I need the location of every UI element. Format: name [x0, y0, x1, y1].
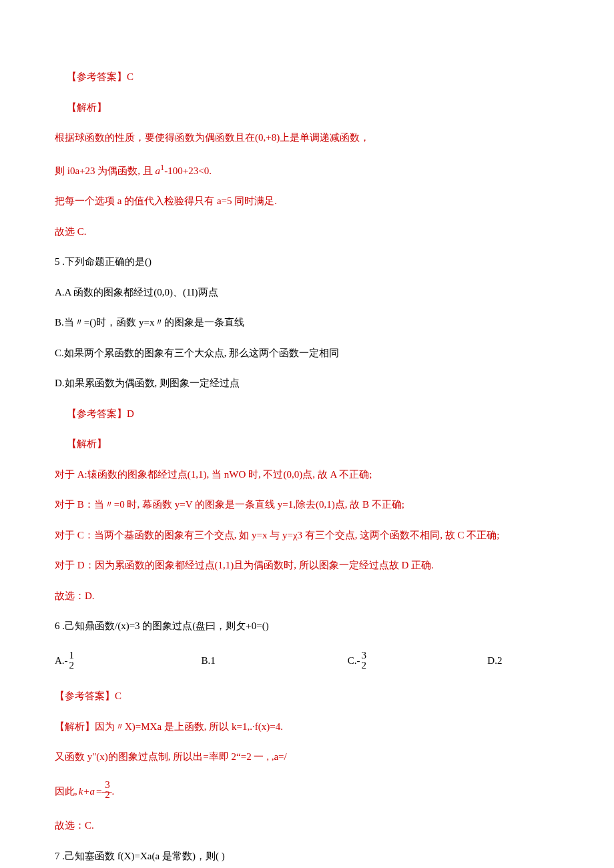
- analysis-text: 【解析】因为〃X)=MXa 是上函数, 所以 k=1,.·f(x)=4.: [55, 721, 567, 734]
- text-fragment: 则 i0a+23 为偶函数, 且: [55, 165, 156, 176]
- option-row: A.- 1 2 B.1 C.- 3 2 D.2: [55, 650, 567, 672]
- analysis-text: 又函数 y"(x)的图象过点制, 所以出=率即 2“=2 一 , ,a=/: [55, 751, 567, 764]
- fraction-den: 2: [105, 790, 110, 801]
- question-stem: 6 .己知鼎函数/(x)=3 的图象过点(盘曰，则攵+0=(): [55, 620, 567, 633]
- option-prefix: A.-: [55, 655, 68, 668]
- analysis-text: 对于 D：因为累函数的图象都经过点(1,1)且为偶函数时, 所以图象一定经过点故…: [55, 559, 567, 572]
- text-fragment: 因此,: [55, 785, 77, 799]
- analysis-text: 根据球函数的性质，要使得函数为偶函数且在(0,+8)上是单调递减函数，: [55, 131, 567, 145]
- option-c: C.如果两个累函数的图象有三个大众点, 那么这两个函数一定相同: [55, 347, 567, 360]
- analysis-conclusion: 故选：C.: [55, 819, 567, 833]
- option-d: D.如果累函数为偶函数, 则图象一定经过点: [55, 377, 567, 390]
- analysis-text: 对于 C：当两个基函数的图象有三个交点, 如 y=x 与 y=χ3 有三个交点,…: [55, 529, 567, 542]
- text-fragment: -100+23<0.: [164, 165, 212, 176]
- answer-label: 【参考答案】D: [67, 408, 567, 421]
- question-stem: 5 .下列命题正确的是(): [55, 256, 567, 269]
- option-d: D.2: [487, 655, 567, 668]
- fraction-num: 3: [362, 650, 367, 661]
- answer-label: 【参考答案】C: [67, 71, 567, 84]
- analysis-text: 对于 B：当〃=0 时, 幕函数 y=V 的图象是一条直线 y=1,除去(0,1…: [55, 498, 567, 512]
- option-b: B.当〃=()时，函数 y=x〃的图象是一条直线: [55, 316, 567, 330]
- analysis-conclusion: 故选 C.: [55, 226, 567, 239]
- fraction-den: 2: [69, 661, 75, 671]
- option-b: B.1: [201, 655, 347, 668]
- answer-label: 【参考答案】C: [55, 690, 567, 703]
- text-fragment: k+a: [79, 785, 95, 799]
- text-fragment: a: [156, 165, 161, 176]
- question-stem: 7 .己知塞函数 f(X)=Xa(a 是常数)，则( ): [55, 850, 567, 863]
- analysis-text: 因此, k+a =—. 3 2: [55, 781, 567, 803]
- document-page: 【参考答案】C 【解析】 根据球函数的性质，要使得函数为偶函数且在(0,+8)上…: [0, 0, 614, 868]
- fraction: 3 2: [360, 650, 368, 672]
- analysis-text: 对于 A:辕函数的图象都经过点(1,1), 当 nWO 时, 不过(0,0)点,…: [55, 468, 567, 482]
- option-text: D.2: [487, 655, 502, 668]
- analysis-conclusion: 故选：D.: [55, 590, 567, 603]
- analysis-label: 【解析】: [67, 101, 567, 115]
- fraction-num: 1: [69, 650, 75, 661]
- analysis-text: 则 i0a+23 为偶函数, 且 a1-100+23<0.: [55, 162, 567, 178]
- option-prefix: C.-: [348, 655, 360, 668]
- option-text: B.1: [201, 655, 215, 668]
- fraction: 1 2: [68, 650, 76, 672]
- fraction-num: 3: [105, 780, 110, 791]
- option-c: C.- 3 2: [348, 650, 487, 672]
- analysis-text: 把每一个选项 a 的值代入检验得只有 a=5 同时满足.: [55, 195, 567, 208]
- fraction: 3 2: [103, 780, 111, 801]
- option-a: A.- 1 2: [55, 650, 201, 672]
- analysis-label: 【解析】: [67, 438, 567, 451]
- option-a: A.A 函数的图象都经过(0,0)、(1I)两点: [55, 286, 567, 300]
- fraction-den: 2: [362, 661, 367, 671]
